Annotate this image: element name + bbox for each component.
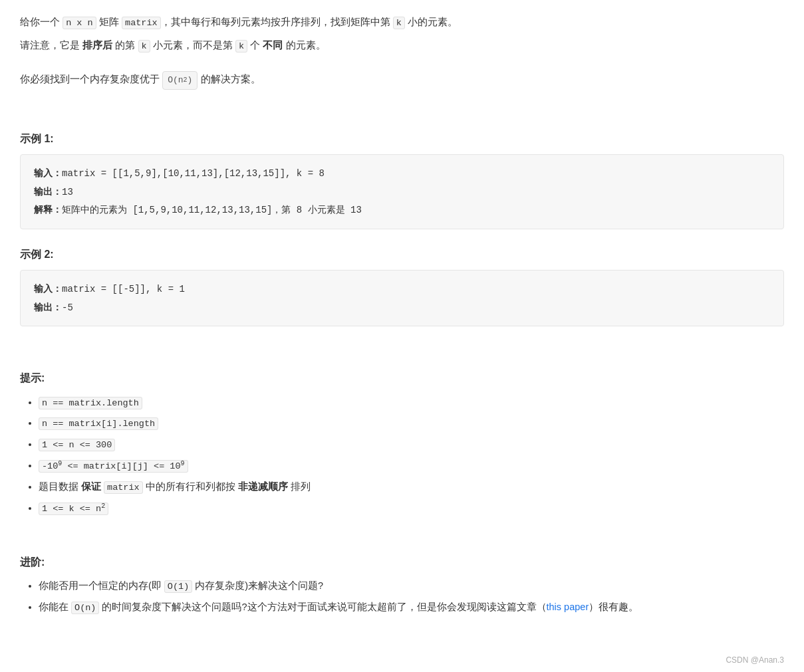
example1-input-value: matrix = [[1,5,9],[10,11,13],[12,13,15]]… [62,168,325,179]
example1-explanation-value: 矩阵中的元素为 [1,5,9,10,11,12,13,13,15]，第 8 小元… [62,205,362,215]
hint-item-6: 1 <= k <= n2 [39,500,784,517]
hint-code-2: n == matrix[i].length [39,417,158,430]
hint-code-1: n == matrix.length [39,397,142,409]
advanced-code-on: O(n) [71,602,99,614]
bold-sorted: 排序后 [82,39,112,51]
example2-title: 示例 2: [20,245,784,263]
intro-line1: 给你一个 n x n 矩阵 matrix，其中每行和每列元素均按升序排列，找到矩… [20,13,784,31]
example1-input-row: 输入：matrix = [[1,5,9],[10,11,13],[12,13,1… [34,164,770,183]
bold-distinct: 不同 [263,39,283,51]
hint-item-2: n == matrix[i].length [39,415,784,432]
example1-title: 示例 1: [20,130,784,148]
hint-code-matrix: matrix [104,481,143,494]
hint-bold-guarantee: 保证 [81,481,101,492]
inline-code-k: k [393,17,405,29]
advanced-title: 进阶: [20,553,784,571]
example1-block: 输入：matrix = [[1,5,9],[10,11,13],[12,13,1… [20,154,784,229]
complexity-constraint: O(n2) [162,71,198,90]
intro-line3: 你必须找到一个内存复杂度优于 O(n2) 的解决方案。 [20,70,784,90]
advanced-code-o1: O(1) [164,580,192,593]
example1-explanation-label: 解释： [34,204,62,215]
inline-code-k3: k [235,40,247,53]
example2-input-label: 输入： [34,283,62,294]
example2-input-row: 输入：matrix = [[-5]], k = 1 [34,280,770,298]
inline-code-nxn: n x n [63,17,96,29]
hint-code-4: -109 <= matrix[i][j] <= 109 [39,460,188,473]
advanced-list: 你能否用一个恒定的内存(即 O(1) 内存复杂度)来解决这个问题? 你能在 O(… [20,578,784,616]
intro-section: 给你一个 n x n 矩阵 matrix，其中每行和每列元素均按升序排列，找到矩… [20,13,784,90]
advanced-item-2: 你能在 O(n) 的时间复杂度下解决这个问题吗?这个方法对于面试来说可能太超前了… [39,599,784,616]
hint-item-5: 题目数据 保证 matrix 中的所有行和列都按 非递减顺序 排列 [39,479,784,496]
hints-list: n == matrix.length n == matrix[i].length… [20,394,784,518]
example2-section: 示例 2: 输入：matrix = [[-5]], k = 1 输出：-5 [20,245,784,326]
example1-output-value: 13 [62,187,73,197]
hint-item-3: 1 <= n <= 300 [39,436,784,453]
inline-code-k2: k [138,40,150,53]
advanced-section: 进阶: 你能否用一个恒定的内存(即 O(1) 内存复杂度)来解决这个问题? 你能… [20,553,784,616]
hint-bold-nondecreasing: 非递减顺序 [238,481,288,492]
this-paper-link[interactable]: this paper [547,602,589,612]
example1-section: 示例 1: 输入：matrix = [[1,5,9],[10,11,13],[1… [20,130,784,229]
intro-line2: 请注意，它是 排序后 的第 k 小元素，而不是第 k 个 不同 的元素。 [20,37,784,55]
problem-description: 给你一个 n x n 矩阵 matrix，其中每行和每列元素均按升序排列，找到矩… [20,13,784,667]
hint-item-4: -109 <= matrix[i][j] <= 109 [39,457,784,475]
example2-output-label: 输出： [34,302,62,312]
hints-section: 提示: n == matrix.length n == matrix[i].le… [20,369,784,517]
example1-output-row: 输出：13 [34,183,770,201]
inline-code-matrix: matrix [122,17,161,29]
hints-title: 提示: [20,369,784,387]
advanced-item-1: 你能否用一个恒定的内存(即 O(1) 内存复杂度)来解决这个问题? [39,578,784,595]
example2-input-value: matrix = [[-5]], k = 1 [62,284,185,294]
example2-output-value: -5 [62,302,73,313]
example1-explanation-row: 解释：矩阵中的元素为 [1,5,9,10,11,12,13,13,15]，第 8… [34,201,770,219]
example2-block: 输入：matrix = [[-5]], k = 1 输出：-5 [20,270,784,326]
footer: CSDN @Anan.3 [20,653,784,667]
hint-item-1: n == matrix.length [39,394,784,411]
hint-code-3: 1 <= n <= 300 [39,439,115,451]
example1-output-label: 输出： [34,186,62,197]
example1-input-label: 输入： [34,168,62,178]
example2-output-row: 输出：-5 [34,298,770,317]
hint-code-6: 1 <= k <= n2 [39,503,108,515]
